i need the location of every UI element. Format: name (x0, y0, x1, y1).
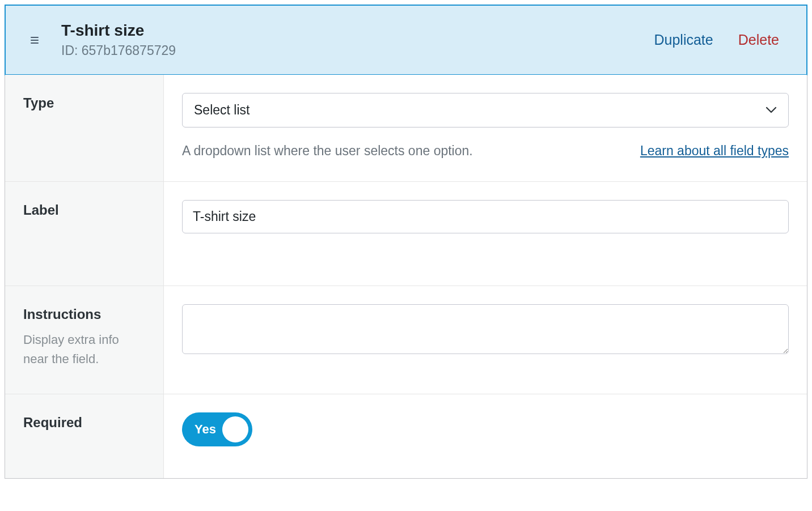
field-header-text: T-shirt size ID: 657b176875729 (61, 22, 632, 58)
row-type: Type Select list A dropdown list where t… (5, 75, 807, 182)
type-label: Type (23, 95, 145, 111)
required-label: Required (23, 415, 145, 431)
type-select[interactable]: Select list (182, 93, 789, 127)
row-label: Label (5, 182, 807, 286)
label-input[interactable] (182, 200, 789, 233)
field-id-value: 657b176875729 (82, 43, 176, 58)
row-instructions: Instructions Display extra info near the… (5, 286, 807, 394)
row-label-label: Label (5, 182, 164, 286)
field-id-prefix: ID: (61, 43, 82, 58)
toggle-on-label: Yes (194, 422, 216, 437)
type-select-value: Select list (194, 103, 249, 118)
row-required: Required Yes (5, 394, 807, 478)
instructions-label: Instructions (23, 306, 145, 322)
field-id: ID: 657b176875729 (61, 43, 632, 58)
row-label-required: Required (5, 394, 164, 478)
field-title: T-shirt size (61, 22, 632, 40)
row-content-type: Select list A dropdown list where the us… (164, 75, 807, 181)
row-content-label (164, 182, 807, 286)
field-header: T-shirt size ID: 657b176875729 Duplicate… (5, 5, 807, 75)
field-header-actions: Duplicate Delete (654, 32, 786, 48)
required-toggle[interactable]: Yes (182, 412, 252, 446)
duplicate-button[interactable]: Duplicate (654, 32, 713, 48)
row-label-instructions: Instructions Display extra info near the… (5, 286, 164, 394)
delete-button[interactable]: Delete (738, 32, 779, 48)
chevron-down-icon (766, 104, 777, 116)
learn-field-types-link[interactable]: Learn about all field types (640, 143, 789, 159)
label-label: Label (23, 202, 145, 218)
row-content-instructions (164, 286, 807, 394)
type-description: A dropdown list where the user selects o… (182, 143, 473, 159)
instructions-textarea[interactable] (182, 304, 789, 354)
drag-handle-icon[interactable] (31, 32, 39, 48)
field-editor-panel: T-shirt size ID: 657b176875729 Duplicate… (5, 5, 807, 479)
row-label-type: Type (5, 75, 164, 181)
row-content-required: Yes (164, 394, 807, 478)
toggle-knob (222, 416, 248, 442)
instructions-help: Display extra info near the field. (23, 330, 145, 369)
